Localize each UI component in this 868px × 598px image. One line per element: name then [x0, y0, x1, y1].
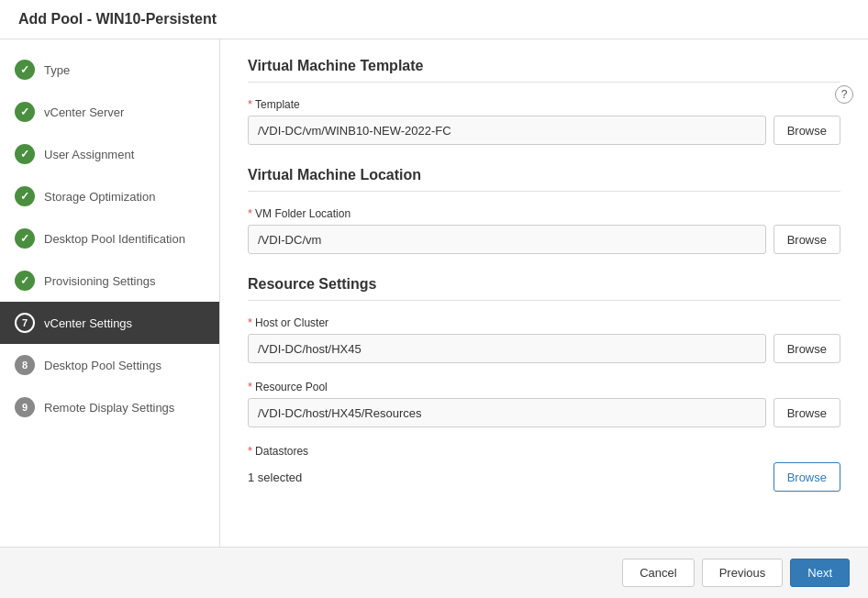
required-star: *	[248, 316, 252, 329]
sidebar-item-storage-optimization[interactable]: Storage Optimization	[0, 175, 219, 217]
input-vm-folder-location[interactable]	[248, 225, 766, 254]
browse-button-vm-folder-location[interactable]: Browse	[773, 225, 840, 254]
previous-button[interactable]: Previous	[702, 559, 784, 587]
sidebar-label-desktop-pool-identification: Desktop Pool Identification	[44, 232, 185, 246]
step-circle-vcenter-server	[15, 102, 35, 122]
step-circle-user-assignment	[15, 144, 35, 164]
form-group-resource-pool: * Resource PoolBrowse	[248, 380, 840, 427]
browse-button-resource-pool[interactable]: Browse	[773, 398, 840, 427]
value-datastores: 1 selected	[248, 465, 766, 490]
sidebar-item-vcenter-settings[interactable]: 7vCenter Settings	[0, 302, 219, 344]
section-title-resource-settings: Resource Settings	[248, 276, 840, 301]
sidebar-item-user-assignment[interactable]: User Assignment	[0, 133, 219, 175]
sidebar-label-desktop-pool-settings: Desktop Pool Settings	[44, 359, 161, 372]
form-group-host-or-cluster: * Host or ClusterBrowse	[248, 316, 840, 363]
required-star: *	[248, 97, 252, 111]
sidebar-item-provisioning-settings[interactable]: Provisioning Settings	[0, 260, 219, 302]
sidebar: TypevCenter ServerUser AssignmentStorage…	[0, 39, 220, 547]
step-circle-provisioning-settings	[15, 271, 35, 291]
field-label-resource-pool: * Resource Pool	[248, 380, 840, 393]
section-resource-settings: Resource Settings* Host or ClusterBrowse…	[248, 276, 840, 492]
help-icon[interactable]: ?	[835, 85, 853, 104]
field-label-vm-folder-location: * VM Folder Location	[248, 206, 840, 220]
step-circle-desktop-pool-settings: 8	[15, 355, 35, 375]
input-row-vm-folder-location: Browse	[248, 225, 840, 254]
input-resource-pool[interactable]	[248, 398, 766, 427]
section-title-virtual-machine-location: Virtual Machine Location	[248, 167, 840, 192]
sidebar-label-type: Type	[44, 63, 70, 77]
browse-button-host-or-cluster[interactable]: Browse	[773, 334, 840, 363]
sidebar-label-remote-display-settings: Remote Display Settings	[44, 401, 174, 415]
sidebar-label-storage-optimization: Storage Optimization	[44, 190, 155, 204]
input-row-template: Browse	[248, 116, 840, 145]
input-row-datastores: 1 selectedBrowse	[248, 462, 840, 492]
browse-button-template[interactable]: Browse	[773, 116, 840, 145]
sidebar-label-vcenter-settings: vCenter Settings	[44, 316, 132, 330]
field-label-datastores: * Datastores	[248, 444, 840, 458]
form-group-datastores: * Datastores1 selectedBrowse	[248, 444, 840, 492]
field-label-host-or-cluster: * Host or Cluster	[248, 316, 840, 329]
input-row-resource-pool: Browse	[248, 398, 840, 427]
step-circle-storage-optimization	[15, 186, 35, 206]
input-host-or-cluster[interactable]	[248, 334, 766, 363]
form-group-vm-folder-location: * VM Folder LocationBrowse	[248, 206, 840, 254]
required-star: *	[248, 206, 252, 220]
sidebar-item-remote-display-settings[interactable]: 9Remote Display Settings	[0, 386, 219, 428]
main-content: Virtual Machine Template* TemplateBrowse…	[220, 39, 868, 547]
section-title-virtual-machine-template: Virtual Machine Template	[248, 58, 840, 83]
step-circle-desktop-pool-identification	[15, 228, 35, 249]
sidebar-label-provisioning-settings: Provisioning Settings	[44, 274, 155, 288]
sidebar-item-desktop-pool-identification[interactable]: Desktop Pool Identification	[0, 217, 219, 260]
required-star: *	[248, 380, 252, 393]
input-row-host-or-cluster: Browse	[248, 334, 840, 363]
field-label-template: * Template	[248, 97, 840, 111]
step-circle-remote-display-settings: 9	[15, 397, 35, 417]
step-circle-vcenter-settings: 7	[15, 313, 35, 333]
sidebar-item-desktop-pool-settings[interactable]: 8Desktop Pool Settings	[0, 344, 219, 386]
sidebar-item-type[interactable]: Type	[0, 49, 219, 91]
sidebar-label-vcenter-server: vCenter Server	[44, 105, 124, 119]
sidebar-item-vcenter-server[interactable]: vCenter Server	[0, 91, 219, 133]
form-group-template: * TemplateBrowse	[248, 97, 840, 145]
page-title: Add Pool - WIN10-Persistent	[0, 0, 868, 39]
footer: Cancel Previous Next	[0, 547, 868, 598]
section-virtual-machine-location: Virtual Machine Location* VM Folder Loca…	[248, 167, 840, 254]
input-template[interactable]	[248, 116, 766, 145]
content-wrapper: ? Virtual Machine Template* TemplateBrow…	[220, 39, 868, 547]
sidebar-label-user-assignment: User Assignment	[44, 148, 134, 161]
required-star: *	[248, 444, 252, 458]
step-circle-type	[15, 60, 35, 80]
next-button[interactable]: Next	[790, 559, 850, 587]
browse-button-datastores[interactable]: Browse	[773, 462, 840, 492]
section-virtual-machine-template: Virtual Machine Template* TemplateBrowse	[248, 58, 840, 145]
cancel-button[interactable]: Cancel	[622, 559, 694, 587]
